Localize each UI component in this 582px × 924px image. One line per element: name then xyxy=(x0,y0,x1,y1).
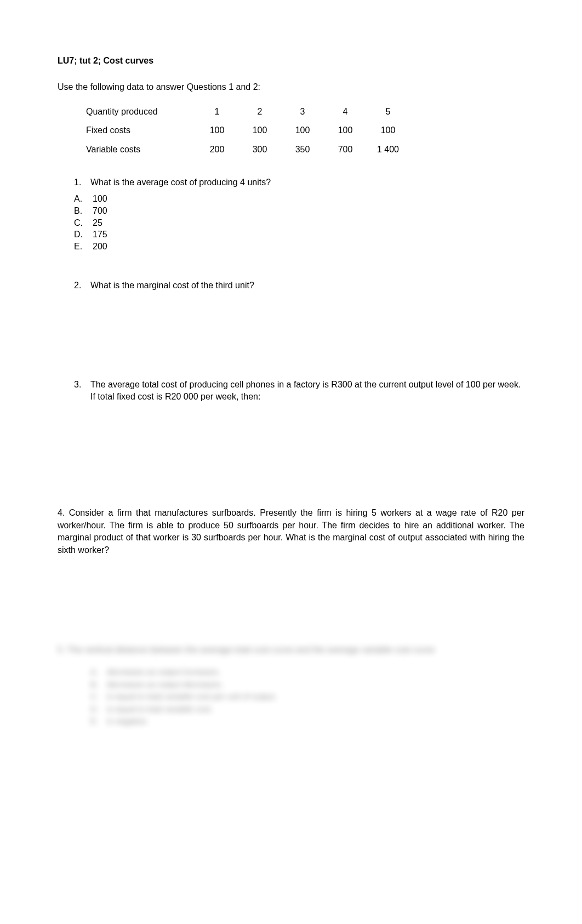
cost-data-table: Quantity produced 1 2 3 4 5 Fixed costs … xyxy=(86,102,409,159)
question-4: 4. Consider a firm that manufactures sur… xyxy=(58,507,524,556)
cell: 100 xyxy=(238,121,281,140)
question-text: What is the marginal cost of the third u… xyxy=(90,280,524,292)
option-e: E. 200 xyxy=(74,241,524,253)
cell: 700 xyxy=(324,140,367,159)
option-text: decreases as output decreases. xyxy=(107,678,224,691)
option-letter: A. xyxy=(74,193,93,205)
option-a: A. decreases as output increases. xyxy=(90,666,524,678)
option-letter: C. xyxy=(90,691,107,703)
cell: 350 xyxy=(281,140,324,159)
question-3: 3. The average total cost of producing c… xyxy=(74,379,524,403)
option-letter: C. xyxy=(74,217,93,229)
option-text: is negative. xyxy=(107,715,149,728)
option-letter: D. xyxy=(74,229,93,241)
option-text: is equal to total variable cost. xyxy=(107,703,213,716)
option-letter: E. xyxy=(90,715,107,728)
option-d: D. 175 xyxy=(74,229,524,241)
question-text: 5. The vertical distance between the ave… xyxy=(58,644,524,656)
question-number: 2. xyxy=(74,280,90,292)
cell: 100 xyxy=(281,121,324,140)
question-number: 3. xyxy=(74,379,90,403)
cell: 5 xyxy=(367,102,409,121)
question-1-options: A. 100 B. 700 C. 25 D. 175 E. 200 xyxy=(74,193,524,252)
cell: 200 xyxy=(196,140,238,159)
option-text: is equal to total variable cost per unit… xyxy=(107,691,277,703)
row-label: Variable costs xyxy=(86,140,196,159)
cell: 300 xyxy=(238,140,281,159)
cell: 100 xyxy=(324,121,367,140)
question-text: 4. Consider a firm that manufactures sur… xyxy=(58,508,524,554)
question-text: The average total cost of producing cell… xyxy=(90,379,524,403)
question-1: 1. What is the average cost of producing… xyxy=(74,176,524,189)
row-label: Quantity produced xyxy=(86,102,196,121)
option-c: C. is equal to total variable cost per u… xyxy=(90,691,524,703)
cell: 3 xyxy=(281,102,324,121)
row-label: Fixed costs xyxy=(86,121,196,140)
page-title: LU7; tut 2; Cost curves xyxy=(58,55,524,67)
option-text: 700 xyxy=(93,205,107,217)
option-text: 175 xyxy=(93,229,107,241)
option-text: 100 xyxy=(93,193,107,205)
option-d: D. is equal to total variable cost. xyxy=(90,703,524,716)
blurred-question-5: 5. The vertical distance between the ave… xyxy=(58,644,524,728)
option-b: B. 700 xyxy=(74,205,524,217)
option-letter: B. xyxy=(74,205,93,217)
option-letter: E. xyxy=(74,241,93,253)
option-letter: B. xyxy=(90,678,107,691)
cell: 100 xyxy=(367,121,409,140)
question-number: 1. xyxy=(74,176,90,189)
blurred-options: A. decreases as output increases. B. dec… xyxy=(90,666,524,728)
table-row: Fixed costs 100 100 100 100 100 xyxy=(86,121,409,140)
cell: 100 xyxy=(196,121,238,140)
option-a: A. 100 xyxy=(74,193,524,205)
cell: 2 xyxy=(238,102,281,121)
question-2: 2. What is the marginal cost of the thir… xyxy=(74,280,524,292)
option-text: decreases as output increases. xyxy=(107,666,221,678)
option-text: 200 xyxy=(93,241,107,253)
option-e: E. is negative. xyxy=(90,715,524,728)
option-letter: D. xyxy=(90,703,107,716)
question-text: What is the average cost of producing 4 … xyxy=(90,176,524,189)
table-row: Quantity produced 1 2 3 4 5 xyxy=(86,102,409,121)
intro-text: Use the following data to answer Questio… xyxy=(58,81,524,93)
option-b: B. decreases as output decreases. xyxy=(90,678,524,691)
cell: 1 xyxy=(196,102,238,121)
cell: 4 xyxy=(324,102,367,121)
cell: 1 400 xyxy=(367,140,409,159)
option-text: 25 xyxy=(93,217,102,229)
option-letter: A. xyxy=(90,666,107,678)
table-row: Variable costs 200 300 350 700 1 400 xyxy=(86,140,409,159)
option-c: C. 25 xyxy=(74,217,524,229)
